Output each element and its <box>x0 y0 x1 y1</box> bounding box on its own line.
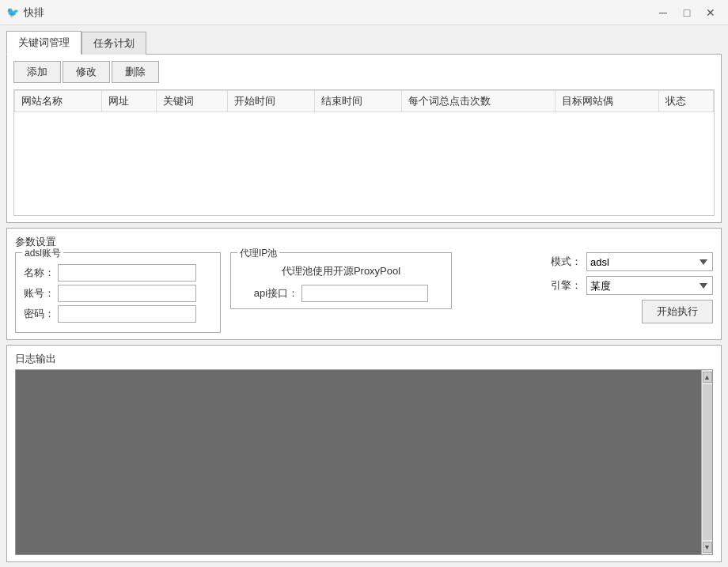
tab-task[interactable]: 任务计划 <box>82 32 146 55</box>
name-row: 名称： <box>24 264 212 282</box>
account-label: 账号： <box>24 286 55 301</box>
log-scrollbar: ▲ ▼ <box>701 370 712 554</box>
scrollbar-track[interactable] <box>703 384 712 540</box>
scrollbar-up[interactable]: ▲ <box>703 372 712 383</box>
col-click-count: 每个词总点击次数 <box>402 91 555 112</box>
account-input[interactable] <box>58 285 196 302</box>
data-table: 网站名称 网址 关键词 开始时间 结束时间 每个词总点击次数 目标网站偶 状态 <box>14 90 714 112</box>
toolbar: 添加 修改 删除 <box>13 61 715 83</box>
col-status: 状态 <box>659 91 714 112</box>
title-bar-left: 🐦 快排 <box>6 6 44 20</box>
params-title: 参数设置 <box>15 235 713 249</box>
app-title: 快排 <box>24 6 44 20</box>
delete-button[interactable]: 删除 <box>112 61 159 83</box>
params-row: adsl账号 名称： 账号： 密码： 代理IP池 代理池使用开源ProxyPoo… <box>15 252 713 333</box>
col-site-name: 网站名称 <box>15 91 102 112</box>
params-panel: 参数设置 adsl账号 名称： 账号： 密码： 代 <box>6 228 722 340</box>
password-row: 密码： <box>24 305 212 323</box>
keyword-panel: 添加 修改 删除 网站名称 网址 关键词 开始时间 结束时间 每个词总点击次数 … <box>6 54 722 223</box>
tab-strip: 关键词管理 任务计划 <box>0 25 728 54</box>
execute-button[interactable]: 开始执行 <box>642 300 713 323</box>
title-bar-controls: ─ □ ✕ <box>652 4 722 21</box>
engine-select[interactable]: 某度 某狗 某虎 <box>586 276 713 295</box>
col-end-time: 结束时间 <box>315 91 402 112</box>
main-window: 关键词管理 任务计划 添加 修改 删除 网站名称 网址 关键词 开始时间 结束 <box>0 25 728 567</box>
password-input[interactable] <box>58 305 196 323</box>
app-icon: 🐦 <box>6 6 19 19</box>
mode-select[interactable]: adsl 代理IP 本机 <box>586 252 713 271</box>
col-keyword: 关键词 <box>157 91 228 112</box>
name-input[interactable] <box>58 264 196 282</box>
proxy-api-label: api接口： <box>254 286 298 301</box>
account-row: 账号： <box>24 285 212 302</box>
mode-engine-group: 模式： adsl 代理IP 本机 引擎： 某度 某狗 某虎 <box>461 252 713 323</box>
log-panel: 日志输出 ▲ ▼ <box>6 345 722 562</box>
tab-keyword[interactable]: 关键词管理 <box>6 31 82 55</box>
name-label: 名称： <box>24 266 55 280</box>
maximize-button[interactable]: □ <box>676 4 698 21</box>
proxy-info-text: 代理池使用开源ProxyPool <box>239 264 443 278</box>
mode-row: 模式： adsl 代理IP 本机 <box>550 252 713 271</box>
data-table-container: 网站名称 网址 关键词 开始时间 结束时间 每个词总点击次数 目标网站偶 状态 <box>13 89 715 216</box>
adsl-group: adsl账号 名称： 账号： 密码： <box>15 252 221 333</box>
adsl-group-title: adsl账号 <box>22 247 63 260</box>
col-target-site: 目标网站偶 <box>555 91 659 112</box>
close-button[interactable]: ✕ <box>700 4 722 21</box>
col-start-time: 开始时间 <box>227 91 314 112</box>
password-label: 密码： <box>24 307 55 321</box>
add-button[interactable]: 添加 <box>13 61 61 83</box>
minimize-button[interactable]: ─ <box>652 4 674 21</box>
proxy-api-input[interactable] <box>301 285 428 302</box>
engine-label: 引擎： <box>550 278 582 293</box>
engine-row: 引擎： 某度 某狗 某虎 <box>550 276 713 295</box>
log-title: 日志输出 <box>15 352 713 366</box>
proxy-api-row: api接口： <box>239 285 443 302</box>
col-url: 网址 <box>102 91 157 112</box>
proxy-group: 代理IP池 代理池使用开源ProxyPool api接口： <box>230 252 452 309</box>
log-area: ▲ ▼ <box>15 369 713 555</box>
proxy-group-title: 代理IP池 <box>237 247 279 260</box>
title-bar: 🐦 快排 ─ □ ✕ <box>0 0 728 25</box>
scrollbar-down[interactable]: ▼ <box>703 542 712 553</box>
mode-label: 模式： <box>550 255 582 269</box>
edit-button[interactable]: 修改 <box>63 61 110 83</box>
